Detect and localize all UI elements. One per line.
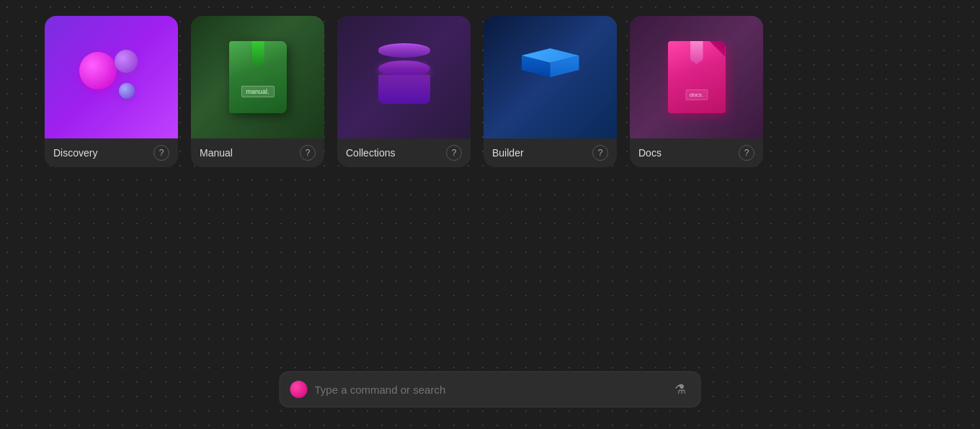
search-bar: ⚗: [280, 371, 701, 407]
db-disk-middle: [378, 45, 430, 58]
builder-help-button[interactable]: ?: [592, 145, 608, 161]
flask-icon: ⚗: [670, 379, 690, 399]
manual-label: Manual: [200, 147, 233, 159]
discovery-footer: Discovery ?: [45, 138, 178, 167]
manual-book-label: manual.: [241, 86, 274, 97]
discovery-circle-large: [79, 52, 117, 89]
app-grid: Discovery ? manual. Manual ? Collec: [29, 0, 779, 183]
builder-label: Builder: [492, 147, 524, 159]
docs-label: Docs: [638, 147, 662, 159]
docs-corner: [710, 41, 726, 57]
discovery-circle-small: [119, 83, 135, 99]
manual-footer: Manual ?: [191, 138, 324, 167]
discovery-icon-area: [45, 16, 178, 138]
collections-help-button[interactable]: ?: [446, 145, 462, 161]
docs-file-label: docs.: [685, 89, 708, 100]
docs-file-icon: docs.: [668, 41, 726, 113]
discovery-label: Discovery: [53, 147, 97, 159]
search-input[interactable]: [315, 384, 663, 396]
search-orb-icon: [290, 381, 308, 398]
builder-icon-area: [484, 16, 617, 138]
app-card-collections[interactable]: Collections ?: [337, 16, 471, 167]
app-card-docs[interactable]: docs. Docs ?: [630, 16, 763, 167]
discovery-icon: [76, 48, 148, 106]
manual-help-button[interactable]: ?: [300, 145, 316, 161]
db-body: [378, 75, 430, 104]
manual-icon-area: manual.: [191, 16, 324, 138]
manual-bookmark: [251, 41, 264, 67]
discovery-help-button[interactable]: ?: [153, 145, 169, 161]
builder-cube-icon: [522, 48, 579, 106]
app-card-manual[interactable]: manual. Manual ?: [191, 16, 324, 167]
manual-book-icon: manual.: [229, 41, 287, 113]
collections-label: Collections: [346, 147, 395, 159]
app-card-builder[interactable]: Builder ?: [484, 16, 617, 167]
discovery-circle-medium: [115, 50, 138, 73]
collections-db-icon: [378, 50, 430, 104]
docs-icon-area: docs.: [630, 16, 763, 138]
docs-footer: Docs ?: [630, 138, 763, 167]
app-card-discovery[interactable]: Discovery ?: [45, 16, 178, 167]
search-bar-wrapper: ⚗: [280, 371, 701, 407]
builder-footer: Builder ?: [484, 138, 617, 167]
db-disk-bottom: [378, 61, 430, 76]
collections-footer: Collections ?: [337, 138, 471, 167]
collections-icon-area: [337, 16, 471, 138]
docs-bookmark: [690, 41, 703, 64]
docs-help-button[interactable]: ?: [739, 145, 754, 161]
